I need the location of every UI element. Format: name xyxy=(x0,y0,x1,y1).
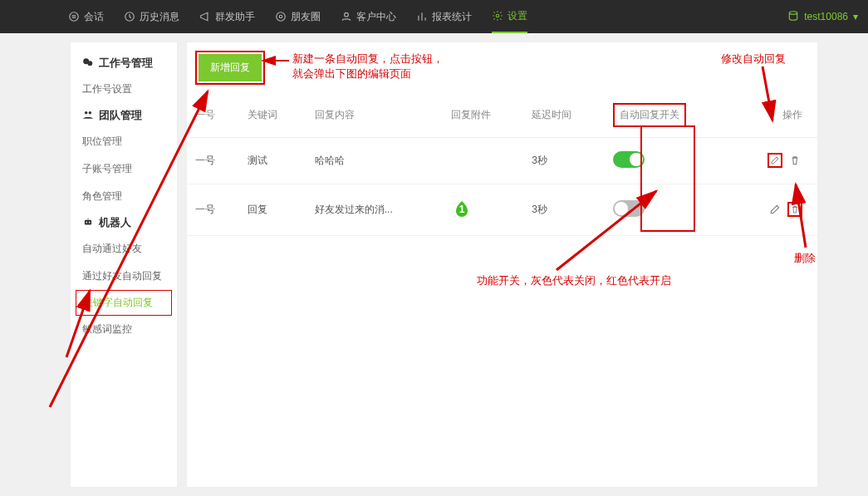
table-row: 一号 测试 哈哈哈 3秒 xyxy=(187,138,817,184)
broadcast-icon xyxy=(199,11,211,22)
robot-icon xyxy=(82,216,94,230)
cell-actions xyxy=(733,184,817,236)
nav-history-label: 历史消息 xyxy=(140,10,179,24)
nav-settings[interactable]: 设置 xyxy=(492,0,527,33)
sidebar-item-keyword-autoreply[interactable]: 关键字自动回复 xyxy=(76,290,172,316)
cell-keyword: 测试 xyxy=(239,138,306,184)
nav-customer[interactable]: 客户中心 xyxy=(341,0,396,33)
history-icon xyxy=(124,11,135,22)
cell-delay: 3秒 xyxy=(523,138,605,184)
svg-point-12 xyxy=(86,221,87,223)
svg-point-3 xyxy=(279,15,282,18)
user-name: test10086 xyxy=(804,11,848,22)
content-panel: 新增回复 一号 关键词 回复内容 回复附件 延迟时间 自动回复开关 操作 xyxy=(186,42,818,488)
cell-account: 一号 xyxy=(187,184,239,236)
svg-point-10 xyxy=(89,110,92,114)
cell-text: 好友发过来的消... xyxy=(306,184,443,236)
edit-button[interactable] xyxy=(767,153,782,168)
nav-moments[interactable]: 朋友圈 xyxy=(275,0,321,33)
sidebar-item-sensitive[interactable]: 敏感词监控 xyxy=(71,316,177,343)
attachment-thumbnail: 1 xyxy=(451,198,473,219)
cell-actions xyxy=(733,138,817,184)
sidebar-item-work-setting[interactable]: 工作号设置 xyxy=(71,76,177,103)
nav-stats-label: 报表统计 xyxy=(432,10,472,24)
nav-chat-label: 会话 xyxy=(84,10,104,24)
svg-point-4 xyxy=(345,12,349,17)
nav-moments-label: 朋友圈 xyxy=(291,10,321,24)
svg-point-5 xyxy=(496,14,499,17)
nav-customer-label: 客户中心 xyxy=(356,10,396,24)
svg-point-9 xyxy=(85,110,88,114)
sidebar-group-work: 工作号管理 xyxy=(71,51,177,76)
cell-attach: 1 xyxy=(443,184,524,236)
delete-button[interactable] xyxy=(787,202,802,217)
sidebar-group-work-label: 工作号管理 xyxy=(99,56,153,71)
autoreply-table: 一号 关键词 回复内容 回复附件 延迟时间 自动回复开关 操作 一号 测试 哈哈… xyxy=(187,93,817,236)
th-delay: 延迟时间 xyxy=(523,93,605,138)
table-row: 一号 回复 好友发过来的消... 1 3秒 xyxy=(187,184,817,236)
svg-point-13 xyxy=(89,221,91,223)
sidebar-group-robot: 机器人 xyxy=(71,210,177,235)
sidebar-group-team: 团队管理 xyxy=(71,103,177,128)
nav-settings-label: 设置 xyxy=(508,9,527,23)
annotation-box-new-button: 新增回复 xyxy=(195,51,265,85)
th-keyword: 关键词 xyxy=(239,93,306,138)
svg-rect-11 xyxy=(85,219,91,224)
chat-icon xyxy=(68,11,80,22)
nav-broadcast[interactable]: 群发助手 xyxy=(199,0,255,33)
svg-point-2 xyxy=(277,12,286,22)
th-actions: 操作 xyxy=(733,93,817,138)
nav-broadcast-label: 群发助手 xyxy=(215,10,255,24)
cell-text: 哈哈哈 xyxy=(306,138,443,184)
svg-point-8 xyxy=(87,61,92,66)
nav-history[interactable]: 历史消息 xyxy=(124,0,179,33)
th-attach: 回复附件 xyxy=(443,93,524,138)
annotation-box-switch-header: 自动回复开关 xyxy=(613,103,686,127)
wechat-icon xyxy=(82,56,94,71)
annotation-box-toggle-column xyxy=(640,125,695,232)
sidebar-item-auto-accept[interactable]: 自动通过好友 xyxy=(71,235,177,263)
nav-chat[interactable]: 会话 xyxy=(68,0,104,33)
database-icon xyxy=(787,10,799,24)
customer-icon xyxy=(341,11,352,22)
cell-account: 一号 xyxy=(187,138,239,184)
sidebar-item-accept-autoreply[interactable]: 通过好友自动回复 xyxy=(71,263,177,290)
sidebar-group-team-label: 团队管理 xyxy=(99,108,142,123)
chevron-down-icon: ▾ xyxy=(853,11,858,22)
delete-button[interactable] xyxy=(787,153,802,168)
cell-delay: 3秒 xyxy=(523,184,605,236)
th-account: 一号 xyxy=(187,93,239,138)
top-nav-list: 会话 历史消息 群发助手 朋友圈 客户中心 xyxy=(68,0,527,33)
sidebar-item-subaccount[interactable]: 子账号管理 xyxy=(71,155,177,183)
svg-text:1: 1 xyxy=(459,204,464,215)
stats-icon xyxy=(416,11,428,22)
cell-attach xyxy=(443,138,524,184)
moments-icon xyxy=(275,11,287,22)
team-icon xyxy=(82,109,94,123)
nav-stats[interactable]: 报表统计 xyxy=(416,0,472,33)
settings-icon xyxy=(492,10,503,22)
edit-button[interactable] xyxy=(767,202,782,217)
sidebar-group-robot-label: 机器人 xyxy=(99,215,131,230)
sidebar: 工作号管理 工作号设置 团队管理 职位管理 子账号管理 角色管理 机器人 自动通… xyxy=(70,42,178,488)
top-navbar: 会话 历史消息 群发助手 朋友圈 客户中心 xyxy=(0,0,868,33)
svg-point-0 xyxy=(70,12,79,22)
svg-point-6 xyxy=(790,11,797,14)
add-reply-button[interactable]: 新增回复 xyxy=(199,54,262,81)
cell-keyword: 回复 xyxy=(239,184,306,236)
sidebar-item-position[interactable]: 职位管理 xyxy=(71,128,177,155)
sidebar-item-role[interactable]: 角色管理 xyxy=(71,183,177,210)
th-content: 回复内容 xyxy=(306,93,443,138)
user-menu[interactable]: test10086 ▾ xyxy=(787,10,858,24)
